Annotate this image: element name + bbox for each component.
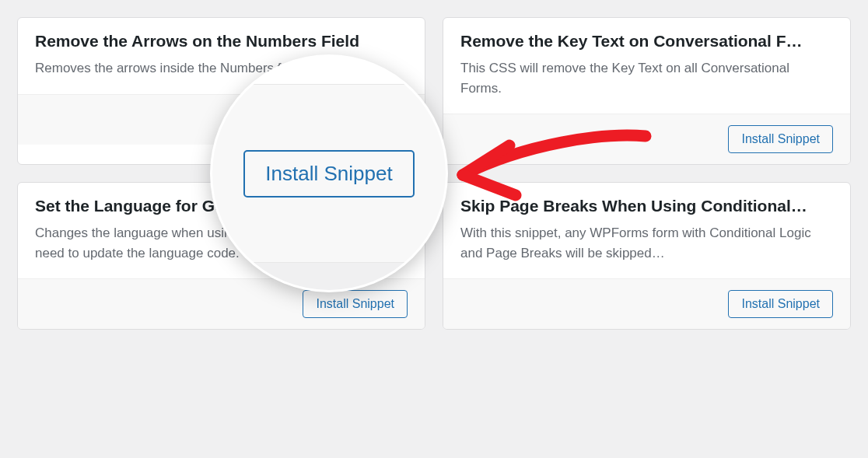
- card-body: Remove the Key Text on Conversational F……: [443, 18, 850, 114]
- card-description: With this snippet, any WPForms form with…: [460, 223, 833, 263]
- card-title: Remove the Key Text on Conversational F…: [460, 32, 833, 51]
- card-footer: Install Snippet: [443, 114, 850, 164]
- card-footer: Install Snippet: [443, 278, 850, 329]
- install-snippet-button[interactable]: Install Snippet: [303, 290, 408, 318]
- card-title: Skip Page Breaks When Using Conditional…: [460, 197, 833, 215]
- install-snippet-button[interactable]: Install Snippet: [728, 125, 833, 153]
- card-footer: Install Snippet: [18, 278, 425, 329]
- install-snippet-button-magnified[interactable]: Install Snippet: [243, 150, 414, 198]
- card-title: Remove the Arrows on the Numbers Field: [35, 32, 408, 51]
- snippet-card: Remove the Key Text on Conversational F……: [443, 17, 851, 165]
- snippet-card: Skip Page Breaks When Using Conditional……: [443, 182, 851, 330]
- card-body: Skip Page Breaks When Using Conditional……: [443, 183, 850, 278]
- magnifier-middle: Install Snippet: [212, 85, 446, 262]
- card-description: This CSS will remove the Key Text on all…: [460, 58, 833, 98]
- install-snippet-button[interactable]: Install Snippet: [728, 290, 833, 318]
- magnifier-inner: Install Snippet: [212, 57, 446, 290]
- magnifier-highlight: Install Snippet: [212, 57, 446, 290]
